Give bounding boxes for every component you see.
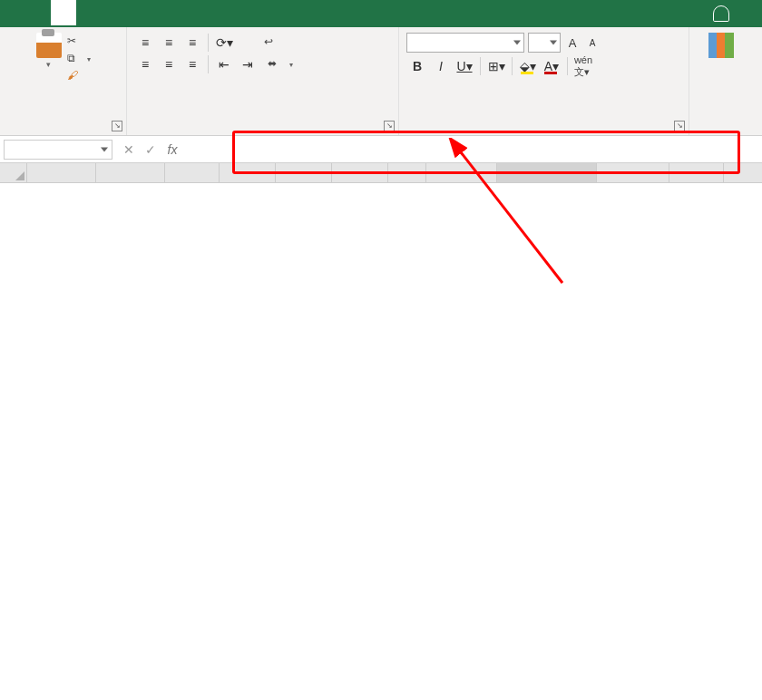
chevron-down-icon	[101, 147, 108, 151]
merge-icon: ⬌	[268, 57, 282, 72]
col-header-J[interactable]	[597, 163, 669, 182]
name-box[interactable]	[4, 140, 112, 160]
column-headers	[0, 163, 762, 183]
fx-button[interactable]: fx	[161, 140, 183, 160]
col-header-A[interactable]	[27, 163, 96, 182]
format-painter-button[interactable]: 🖌	[67, 68, 91, 84]
ribbon-group-clipboard: ▾ ✂ ⧉ ▾ 🖌 ↘	[0, 27, 127, 135]
formula-bar: ✕ ✓ fx	[0, 136, 762, 163]
col-header-H[interactable]	[426, 163, 497, 182]
increase-indent-button[interactable]: ⇥	[237, 54, 259, 74]
tab-view[interactable]	[203, 0, 229, 27]
font-size-select[interactable]	[528, 33, 561, 53]
ribbon: ▾ ✂ ⧉ ▾ 🖌 ↘	[0, 27, 762, 136]
align-top-button[interactable]: ≡	[134, 33, 156, 53]
align-middle-button[interactable]: ≡	[158, 33, 180, 53]
fill-color-button[interactable]: ⬙▾	[517, 56, 539, 76]
increase-font-button[interactable]: A	[564, 33, 581, 53]
tab-review[interactable]	[178, 0, 203, 27]
col-header-C[interactable]	[165, 163, 220, 182]
wrap-text-button[interactable]: ↩	[264, 34, 282, 51]
formula-input[interactable]	[189, 140, 762, 160]
decrease-indent-button[interactable]: ⇤	[213, 54, 235, 74]
paste-button[interactable]: ▾	[36, 33, 62, 85]
chevron-down-icon	[550, 41, 557, 45]
ribbon-group-styles	[689, 27, 753, 135]
font-color-button[interactable]: A▾	[541, 56, 562, 76]
phonetic-button[interactable]: wén文▾	[572, 56, 594, 76]
tab-data[interactable]	[152, 0, 178, 27]
orientation-button[interactable]: ⟳▾	[213, 33, 235, 53]
col-header-B[interactable]	[96, 163, 165, 182]
merge-center-button[interactable]: ⬌ ▾	[268, 56, 293, 73]
col-header-I[interactable]	[497, 163, 597, 182]
spreadsheet-grid: ⊞▾	[0, 163, 762, 183]
border-button[interactable]: ⊞▾	[485, 56, 507, 76]
tab-help[interactable]	[254, 0, 279, 27]
tab-formulas[interactable]	[127, 0, 152, 27]
tab-file[interactable]	[0, 0, 25, 27]
col-header-K[interactable]	[669, 163, 724, 182]
font-name-select[interactable]	[406, 33, 524, 53]
ribbon-group-font: A A B I U▾ ⊞▾ ⬙▾ A▾ wén文▾ ↘	[399, 27, 689, 135]
tab-insert[interactable]	[76, 0, 102, 27]
wrap-icon: ↩	[264, 35, 278, 50]
bold-button[interactable]: B	[406, 56, 428, 76]
italic-button[interactable]: I	[430, 56, 452, 76]
col-header-D[interactable]	[220, 163, 276, 182]
font-dialog-icon[interactable]: ↘	[674, 121, 685, 131]
clipboard-dialog-icon[interactable]: ↘	[112, 121, 122, 131]
col-header-G[interactable]	[388, 163, 426, 182]
align-bottom-button[interactable]: ≡	[181, 33, 203, 53]
conditional-format-button[interactable]	[708, 33, 734, 60]
tab-developer[interactable]	[229, 0, 254, 27]
chevron-down-icon	[513, 41, 521, 45]
tab-page-layout[interactable]	[102, 0, 127, 27]
tab-excel-finance[interactable]	[25, 0, 51, 27]
tell-me-icon[interactable]	[713, 5, 729, 22]
scissors-icon: ✂	[67, 34, 82, 49]
decrease-font-button[interactable]: A	[584, 33, 601, 53]
underline-button[interactable]: U▾	[454, 56, 475, 76]
ribbon-group-alignment: ≡ ≡ ≡ ⟳▾ ↩ ≡ ≡ ≡ ⇤ ⇥ ⬌	[127, 27, 399, 135]
menu-bar	[0, 0, 762, 27]
cancel-formula-button[interactable]: ✕	[118, 140, 140, 160]
align-right-button[interactable]: ≡	[181, 54, 203, 74]
cut-button[interactable]: ✂	[67, 34, 91, 50]
tab-home[interactable]	[51, 0, 76, 27]
align-center-button[interactable]: ≡	[158, 54, 180, 74]
copy-button[interactable]: ⧉ ▾	[67, 51, 91, 67]
select-all-button[interactable]	[0, 163, 27, 182]
copy-icon: ⧉	[67, 52, 82, 66]
accept-formula-button[interactable]: ✓	[140, 140, 161, 160]
alignment-dialog-icon[interactable]: ↘	[384, 121, 395, 131]
brush-icon: 🖌	[67, 69, 82, 83]
col-header-E[interactable]	[276, 163, 332, 182]
align-left-button[interactable]: ≡	[134, 54, 156, 74]
col-header-F[interactable]	[332, 163, 388, 182]
annotation-arrow-icon	[444, 138, 590, 292]
